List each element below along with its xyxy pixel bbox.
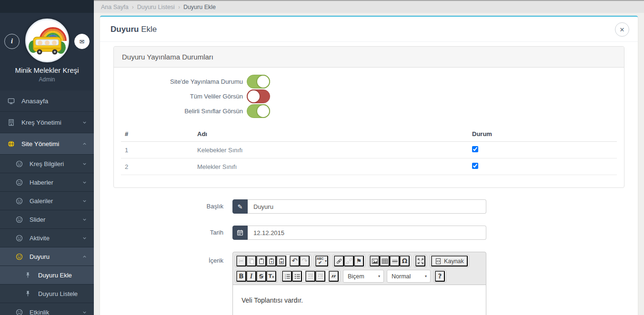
sidebar-item-galeriler[interactable]: Galeriler [0, 192, 94, 210]
bold-button[interactable]: B [236, 271, 246, 282]
toggle-label: Site'de Yayınlama Durumu [121, 78, 247, 85]
tarih-row: Tarih [113, 226, 624, 240]
horizontal-rule-icon [392, 258, 398, 265]
horizontal-rule-button[interactable] [390, 256, 400, 266]
italic-button[interactable]: I [246, 271, 256, 282]
rich-text-editor: ✂↶↷ABC✔▾⚑ΩKaynak BISTₓ”Biçem▾Normal▾? Ve… [232, 252, 486, 315]
toggle-site-de-yayinlama-durumu[interactable] [247, 75, 270, 89]
undo-button[interactable]: ↶ [290, 256, 300, 266]
sidebar-item-anasayfa[interactable]: Anasayfa [0, 90, 94, 112]
class-status-checkbox[interactable] [472, 163, 478, 169]
tarih-label: Tarih [113, 226, 232, 240]
bicem-dropdown[interactable]: Biçem▾ [343, 270, 384, 283]
baslik-label: Başlık [113, 199, 232, 214]
paste-text-button[interactable] [266, 256, 276, 266]
source-button[interactable]: Kaynak [431, 256, 468, 266]
tarih-input[interactable] [248, 226, 486, 240]
unlink-icon [346, 258, 352, 265]
caret-down-icon: ▾ [325, 259, 327, 263]
paste-word-button[interactable] [276, 256, 286, 266]
breadcrumb: Ana Sayfa›Duyuru Listesi›Duyuru Ekle [101, 4, 216, 10]
sidebar-item-label: Duyuru Ekle [38, 272, 72, 279]
sidebar-item-duyuru-listele[interactable]: Duyuru Listele [0, 285, 94, 303]
strike-icon: S [259, 273, 263, 279]
list-ol-button[interactable] [282, 271, 292, 282]
copy-button[interactable] [246, 256, 256, 266]
caret-down-icon: ▾ [378, 274, 380, 278]
icerik-row: İçerik ✂↶↷ABC✔▾⚑ΩKaynak BISTₓ”Biçem▾Norm… [113, 252, 624, 315]
italic-icon: I [250, 273, 252, 280]
unlink-button[interactable] [344, 256, 354, 266]
sidebar-item-duyuru[interactable]: Duyuru [0, 247, 94, 266]
table-header-adi: Adı [193, 127, 468, 142]
breadcrumb-item-ana-sayfa[interactable]: Ana Sayfa [101, 4, 129, 10]
classes-table: #AdıDurum 1Kelebekler Sınıfı2Melekler Sı… [121, 127, 617, 175]
outdent-button[interactable] [305, 271, 315, 282]
table-button[interactable] [380, 256, 390, 266]
building-icon [8, 119, 15, 126]
toggle-tum-veliler-gorsun[interactable] [247, 89, 270, 103]
class-status-checkbox[interactable] [472, 146, 478, 152]
baslik-input[interactable] [248, 199, 486, 214]
redo-icon: ↷ [302, 257, 308, 265]
strike-button[interactable]: S [256, 271, 266, 282]
anchor-flag-button[interactable]: ⚑ [354, 256, 364, 266]
link-button[interactable] [334, 256, 344, 266]
smile-icon [16, 216, 23, 223]
card-header: Duyuru Ekle ✕ [100, 17, 638, 42]
sidebar-item-kres-yonetimi[interactable]: Kreş Yönetimi [0, 112, 94, 133]
remove-format-button[interactable]: Tₓ [266, 271, 276, 282]
toolbar-divider [288, 256, 288, 266]
cut-button[interactable]: ✂ [236, 256, 246, 266]
toggle-belirli-siniflar-gorsun[interactable] [247, 104, 270, 118]
undo-icon: ↶ [292, 257, 298, 265]
indent-button[interactable] [315, 271, 325, 282]
about-button[interactable]: ? [435, 271, 445, 282]
sidebar-item-label: Galeriler [30, 197, 53, 205]
profile-name: Minik Melekler Kreşi [0, 66, 94, 74]
outdent-icon [307, 273, 314, 280]
breadcrumb-item-duyuru-ekle[interactable]: Duyuru Ekle [183, 4, 216, 10]
sidebar-item-aktivite[interactable]: Aktivite [0, 229, 94, 247]
sidebar-item-label: Haberler [30, 179, 53, 186]
info-button[interactable]: i [4, 34, 20, 49]
avatar[interactable] [25, 19, 69, 62]
sidebar-item-site-yonetimi[interactable]: Site Yönetimi [0, 133, 94, 155]
toolbar-divider [303, 272, 304, 281]
normal-dropdown[interactable]: Normal▾ [387, 270, 431, 283]
mail-button[interactable]: ✉ [74, 34, 90, 49]
sidebar-item-kres-bilgileri[interactable]: Kreş Bilgileri [0, 155, 94, 173]
editor-content[interactable]: Veli Toplantısı vardır. [233, 285, 486, 315]
spellcheck-button[interactable]: ABC✔▾ [315, 256, 328, 266]
maximize-button[interactable] [415, 256, 425, 266]
image-button[interactable] [370, 256, 380, 266]
list-ul-button[interactable] [292, 271, 302, 282]
sidebar-item-duyuru-ekle[interactable]: Duyuru Ekle [0, 266, 94, 285]
paste-button[interactable] [256, 256, 266, 266]
editor-toolbar: ✂↶↷ABC✔▾⚑ΩKaynak BISTₓ”Biçem▾Normal▾? [233, 252, 486, 285]
toggle-row: Belirli Sınıflar Görsün [121, 104, 617, 118]
baslik-addon: ✎ [232, 199, 248, 214]
breadcrumb-separator: › [132, 4, 134, 10]
breadcrumb-item-duyuru-listesi[interactable]: Duyuru Listesi [137, 4, 175, 10]
maximize-icon [417, 258, 424, 265]
table-icon [382, 258, 388, 265]
quote-icon: ” [331, 277, 336, 280]
toolbar-group: ” [281, 270, 340, 283]
paste-word-icon [278, 258, 285, 265]
cut-icon: ✂ [239, 258, 244, 264]
sidebar: i [0, 0, 94, 315]
calendar-icon [237, 229, 243, 236]
chevron-down-icon [82, 120, 87, 125]
chevron-up-icon [82, 141, 87, 147]
omega-button[interactable]: Ω [400, 256, 410, 266]
class-name: Kelebekler Sınıfı [193, 142, 468, 158]
close-button[interactable]: ✕ [615, 22, 629, 37]
redo-button[interactable]: ↷ [300, 256, 310, 266]
quote-button[interactable]: ” [329, 271, 339, 282]
sidebar-item-haberler[interactable]: Haberler [0, 173, 94, 192]
panel-title: Duyuru Yayınlama Durumları [114, 47, 624, 68]
sidebar-item-slider[interactable]: Slider [0, 210, 94, 229]
toolbar-group: ? [433, 270, 446, 283]
sidebar-item-etkinlik[interactable]: Etkinlik [0, 303, 94, 315]
